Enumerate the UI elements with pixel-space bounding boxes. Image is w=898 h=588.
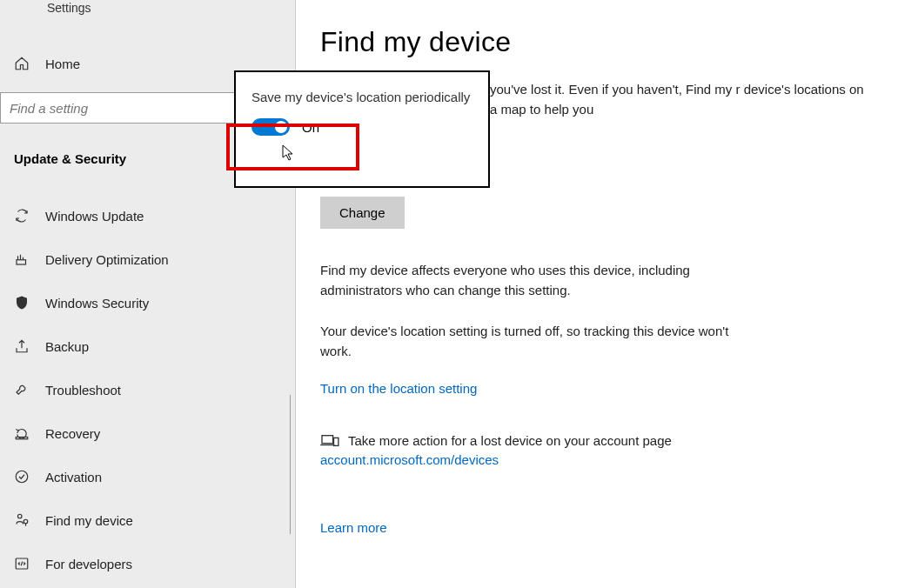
- description-text: you've lost it. Even if you haven't, Fin…: [490, 79, 868, 120]
- svg-point-2: [16, 471, 28, 483]
- sidebar-item-backup[interactable]: Backup: [0, 324, 295, 368]
- wrench-icon: [14, 382, 30, 398]
- svg-point-4: [23, 519, 28, 524]
- code-icon: [14, 556, 30, 571]
- location-person-icon: [14, 512, 30, 528]
- sidebar-item-windows-security[interactable]: Windows Security: [0, 281, 295, 324]
- popup-text: Save my device's location periodically: [251, 88, 472, 106]
- learn-more-link[interactable]: Learn more: [320, 520, 387, 535]
- check-circle-icon: [14, 469, 30, 484]
- account-action-text: Take more action for a lost device on yo…: [348, 433, 672, 448]
- search-input[interactable]: [10, 101, 234, 116]
- sidebar-item-label: Windows Security: [45, 296, 149, 311]
- sidebar-item-recovery[interactable]: Recovery: [0, 411, 295, 455]
- sidebar-item-troubleshoot[interactable]: Troubleshoot: [0, 368, 295, 411]
- settings-title: Settings: [47, 1, 91, 15]
- sync-icon: [14, 208, 30, 224]
- page-title: Find my device: [320, 26, 868, 58]
- sidebar-item-label: Find my device: [45, 513, 133, 528]
- toggle-knob: [275, 121, 287, 133]
- save-location-toggle[interactable]: [251, 118, 290, 136]
- svg-point-3: [18, 514, 23, 518]
- change-button[interactable]: Change: [320, 197, 405, 229]
- sidebar-item-label: Windows Update: [45, 209, 144, 224]
- devices-icon: [320, 433, 339, 449]
- sidebar-item-label: For developers: [45, 557, 132, 571]
- desc-fragment: you've lost it. Even if you haven't, Fin…: [490, 82, 864, 117]
- home-label: Home: [45, 57, 80, 71]
- sidebar-item-label: Activation: [45, 470, 102, 484]
- nav-list: Windows Update Delivery Optimization Win…: [0, 194, 295, 585]
- save-location-popup: Save my device's location periodically O…: [234, 70, 490, 188]
- sidebar-item-activation[interactable]: Activation: [0, 455, 295, 498]
- toggle-row: On: [251, 118, 472, 136]
- sidebar-item-label: Troubleshoot: [45, 383, 121, 398]
- sidebar-item-delivery-optimization[interactable]: Delivery Optimization: [0, 237, 295, 281]
- scrollbar-track[interactable]: [290, 395, 291, 534]
- backup-icon: [14, 338, 30, 354]
- sidebar-item-label: Recovery: [45, 426, 100, 441]
- sidebar-item-for-developers[interactable]: For developers: [0, 542, 295, 585]
- info-paragraph-1: Find my device affects everyone who uses…: [320, 260, 738, 301]
- home-icon: [14, 56, 30, 71]
- svg-rect-6: [322, 435, 333, 443]
- sidebar-item-windows-update[interactable]: Windows Update: [0, 194, 295, 237]
- turn-on-location-link[interactable]: Turn on the location setting: [320, 381, 477, 396]
- svg-rect-0: [17, 260, 26, 264]
- account-devices-link[interactable]: account.microsoft.com/devices: [320, 452, 499, 467]
- search-input-wrapper[interactable]: [0, 92, 244, 124]
- sidebar-item-label: Backup: [45, 339, 89, 354]
- delivery-icon: [14, 251, 30, 267]
- toggle-state-label: On: [302, 120, 319, 135]
- account-action-row: Take more action for a lost device on yo…: [320, 433, 868, 449]
- recovery-icon: [14, 425, 30, 441]
- shield-icon: [14, 295, 30, 311]
- sidebar-item-label: Delivery Optimization: [45, 252, 169, 267]
- settings-header: Settings: [0, 0, 295, 16]
- sidebar-item-find-my-device[interactable]: Find my device: [0, 498, 295, 542]
- info-paragraph-2: Your device's location setting is turned…: [320, 321, 738, 362]
